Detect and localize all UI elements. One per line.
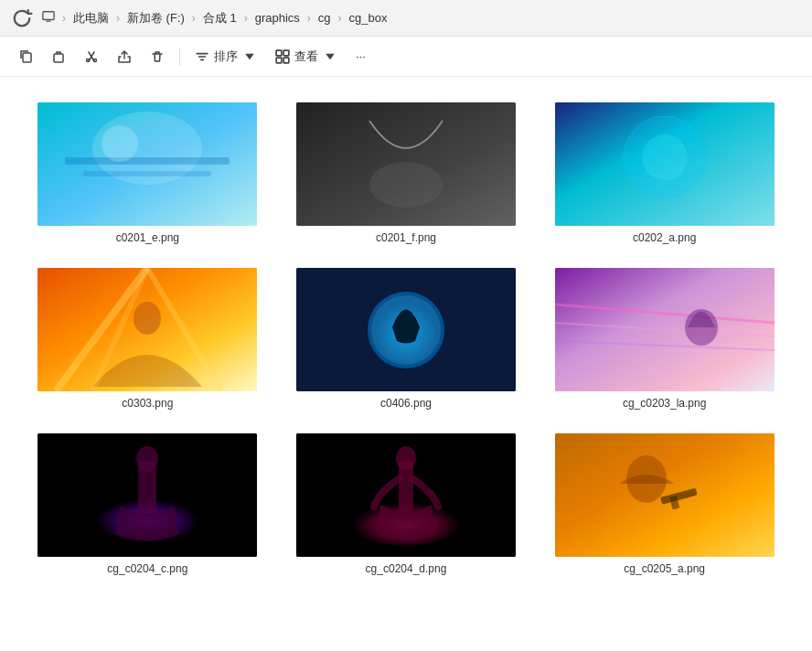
svg-point-41 (396, 446, 416, 470)
breadcrumb: › 此电脑 › 新加卷 (F:) › 合成 1 › graphics › cg … (38, 8, 390, 28)
thumbnail-cgc0204c (37, 433, 257, 557)
filename-cgc0204c: cg_c0204_c.png (107, 562, 187, 575)
thumbnail-cgc0205a (555, 433, 775, 557)
filename-cgc0205a: cg_c0205_a.png (624, 562, 705, 575)
svg-rect-1 (46, 20, 50, 21)
svg-rect-3 (54, 54, 63, 62)
svg-rect-2 (23, 53, 31, 62)
filename-c0201e: c0201_e.png (116, 231, 179, 244)
svg-point-16 (369, 162, 443, 208)
thumbnail-c0201e (37, 102, 257, 226)
file-item-cgc0205a[interactable]: cg_c0205_a.png (544, 426, 785, 582)
toolbar-separator-1 (179, 48, 180, 66)
file-item-c0406[interactable]: c0406.png (286, 261, 527, 417)
toolbar-delete-button[interactable] (143, 42, 172, 71)
svg-rect-6 (276, 50, 282, 56)
filename-c0303: c0303.png (122, 397, 173, 410)
file-grid: c0201_e.png c0201_f.png (27, 95, 785, 582)
file-item-c0303[interactable]: c0303.png (27, 261, 268, 417)
filename-c0406: c0406.png (380, 397, 432, 410)
file-item-cgc0204c[interactable]: cg_c0204_c.png (27, 426, 268, 582)
refresh-button[interactable] (11, 7, 33, 29)
thumbnail-cgc0204d (296, 433, 516, 557)
svg-rect-8 (276, 58, 282, 63)
svg-rect-7 (283, 50, 289, 56)
svg-point-4 (87, 59, 90, 61)
toolbar-copy-button[interactable] (11, 42, 40, 71)
breadcrumb-graphics[interactable]: graphics (251, 9, 304, 27)
svg-rect-13 (83, 171, 211, 176)
toolbar-view-label: 查看 (294, 48, 318, 65)
svg-point-5 (94, 59, 97, 61)
toolbar: 排序 查看 ··· (0, 37, 812, 77)
breadcrumb-synth1[interactable]: 合成 1 (199, 8, 240, 28)
breadcrumb-drive-f[interactable]: 新加卷 (F:) (123, 8, 188, 28)
filename-cgc0203la: cg_c0203_la.png (623, 397, 706, 410)
filename-c0202a: c0202_a.png (633, 231, 696, 244)
svg-rect-0 (43, 12, 54, 20)
breadcrumb-this-pc[interactable]: 此电脑 (69, 8, 112, 28)
toolbar-more-label: ··· (356, 49, 366, 63)
toolbar-more-button[interactable]: ··· (348, 42, 373, 71)
file-item-c0202a[interactable]: c0202_a.png (544, 95, 785, 251)
svg-point-21 (134, 302, 161, 335)
breadcrumb-cgbox[interactable]: cg_box (346, 9, 391, 27)
svg-rect-12 (65, 157, 230, 165)
file-item-cgc0203la[interactable]: cg_c0203_la.png (544, 261, 785, 417)
file-item-c0201f[interactable]: c0201_f.png (286, 95, 527, 251)
toolbar-sort-button[interactable]: 排序 (187, 42, 264, 71)
file-item-cgc0204d[interactable]: cg_c0204_d.png (286, 426, 527, 582)
thumbnail-c0201f (296, 102, 516, 226)
thumbnail-c0202a (555, 102, 775, 226)
svg-point-19 (642, 134, 688, 180)
svg-rect-9 (283, 58, 289, 63)
toolbar-share-button[interactable] (110, 42, 139, 71)
breadcrumb-monitor[interactable] (38, 8, 59, 27)
toolbar-cut-button[interactable] (77, 42, 106, 71)
thumbnail-cgc0203la (555, 268, 775, 391)
filename-cgc0204d: cg_c0204_d.png (366, 562, 447, 575)
svg-point-37 (136, 446, 158, 472)
content-area: c0201_e.png c0201_f.png (0, 77, 812, 651)
breadcrumb-cg[interactable]: cg (315, 9, 335, 27)
svg-rect-42 (555, 433, 775, 557)
filename-c0201f: c0201_f.png (376, 231, 436, 244)
thumbnail-c0303 (37, 268, 257, 391)
svg-point-14 (102, 125, 138, 162)
toolbar-view-button[interactable]: 查看 (268, 42, 345, 71)
titlebar: › 此电脑 › 新加卷 (F:) › 合成 1 › graphics › cg … (0, 0, 812, 37)
thumbnail-c0406 (296, 268, 516, 391)
toolbar-sort-label: 排序 (214, 48, 238, 65)
file-item-c0201e[interactable]: c0201_e.png (27, 95, 268, 251)
toolbar-paste-button[interactable] (44, 42, 73, 71)
